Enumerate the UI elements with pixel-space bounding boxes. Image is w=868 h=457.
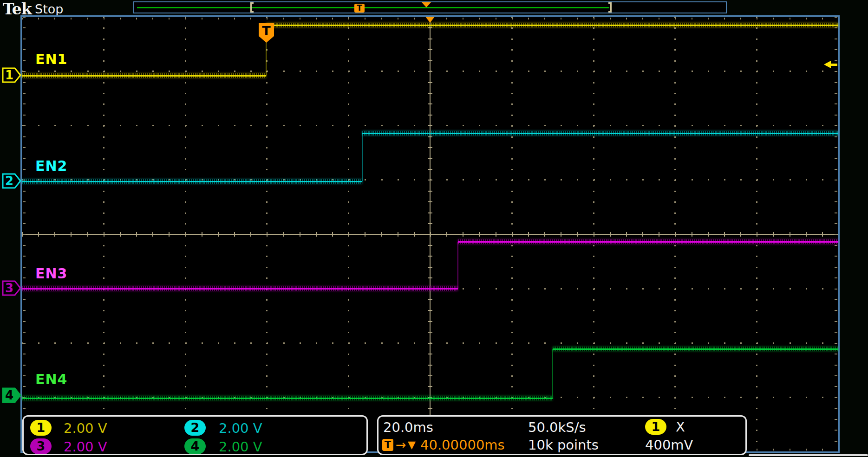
channel-marker-shape: 1 — [2, 67, 21, 83]
graticule: EN1EN2EN3EN4T — [20, 15, 840, 453]
channel-marker-shape: 4 — [2, 387, 21, 403]
trace-core-line — [553, 348, 838, 350]
channel-marker-shape: 3 — [2, 280, 21, 296]
channel-readout-box: 12.00 V22.00 V32.00 V42.00 V — [22, 415, 368, 455]
channel-3-scale-readout: 2.00 V — [64, 439, 107, 455]
svg-text:1: 1 — [5, 68, 13, 82]
waveform-label-en4: EN4 — [35, 371, 67, 387]
channel-3-badge: 3 — [30, 438, 52, 454]
record-view-bar: T — [133, 1, 727, 13]
trigger-level-readout: 400mV — [645, 437, 693, 453]
trace-low-segment-ch2 — [22, 179, 362, 184]
channel-2-badge: 2 — [184, 420, 206, 436]
trigger-position-marker: T — [259, 23, 274, 43]
timebase-readout: 20.0ms — [383, 419, 433, 435]
record-length-readout: 10k points — [528, 437, 599, 453]
channel-2-scale-readout: 2.00 V — [219, 420, 262, 436]
trace-low-segment-ch3 — [22, 286, 458, 291]
trace-high-segment-ch4 — [553, 347, 838, 351]
trace-rising-edge-ch2 — [362, 133, 363, 181]
trace-high-segment-ch3 — [458, 239, 838, 244]
record-window-start-bracket — [250, 2, 254, 13]
trace-high-segment-ch2 — [362, 131, 838, 135]
record-trigger-t-marker: T — [354, 4, 365, 13]
trace-low-segment-ch1 — [22, 73, 266, 78]
trigger-level-arrow-head — [824, 61, 831, 68]
trace-rising-edge-ch4 — [552, 349, 553, 398]
right-edge-ticks — [835, 17, 837, 451]
record-waveform-line — [137, 7, 609, 8]
trigger-level-arrow-stem — [830, 64, 837, 66]
trace-core-line — [22, 75, 266, 77]
acquisition-status: Stop — [35, 2, 63, 16]
trigger-delay-readout: 40.00000ms — [420, 437, 505, 453]
channel-marker-shape: 2 — [2, 173, 21, 189]
vertical-axis-line — [430, 17, 431, 451]
channel-4-badge: 4 — [184, 438, 206, 454]
left-edge-ticks — [23, 17, 26, 451]
svg-text:3: 3 — [5, 281, 13, 295]
trace-high-segment-ch1 — [266, 23, 838, 27]
trace-core-line — [362, 133, 838, 134]
trace-core-line — [22, 181, 362, 182]
channel-4-position-marker: 4 — [2, 387, 21, 403]
trigger-marker-icon: ▼ — [408, 439, 416, 451]
record-window-end-bracket — [608, 2, 612, 13]
sample-rate-readout: 50.0kS/s — [528, 419, 586, 435]
center-vertical-axis — [428, 17, 432, 451]
channel-3-position-marker: 3 — [2, 280, 21, 296]
record-expansion-marker — [422, 2, 431, 7]
trace-core-line — [22, 288, 458, 290]
trigger-slope-readout: X — [676, 419, 685, 435]
trigger-source-badge: 1 — [645, 419, 666, 435]
trace-core-line — [22, 398, 553, 399]
channel-1-position-marker: 1 — [2, 67, 21, 83]
trace-core-line — [266, 25, 838, 26]
trigger-arrow-icon: → — [396, 438, 406, 452]
trace-rising-edge-ch3 — [457, 242, 458, 289]
channel-2-position-marker: 2 — [2, 173, 21, 189]
svg-text:4: 4 — [5, 388, 13, 402]
trigger-level-arrow — [824, 61, 837, 68]
trace-low-segment-ch4 — [22, 396, 553, 400]
svg-text:2: 2 — [5, 174, 13, 188]
trigger-t-icon: T — [382, 439, 393, 451]
horizontal-trigger-readout-box: 20.0ms 50.0kS/s 1 X T → ▼ 40.00000ms 10k… — [377, 415, 747, 455]
bottom-menu-edge-line — [749, 454, 868, 456]
waveform-label-en3: EN3 — [35, 265, 67, 282]
channel-4-scale-readout: 2.00 V — [219, 439, 262, 455]
waveform-label-en1: EN1 — [35, 51, 67, 67]
channel-1-scale-readout: 2.00 V — [64, 420, 107, 436]
waveform-label-en2: EN2 — [35, 158, 67, 174]
channel-1-badge: 1 — [30, 420, 52, 436]
trace-core-line — [458, 241, 838, 243]
oscilloscope-screen: Tek Stop T EN1EN2EN3EN4T 12.00 V22.00 V3… — [0, 0, 868, 457]
expansion-point-marker — [425, 17, 435, 23]
